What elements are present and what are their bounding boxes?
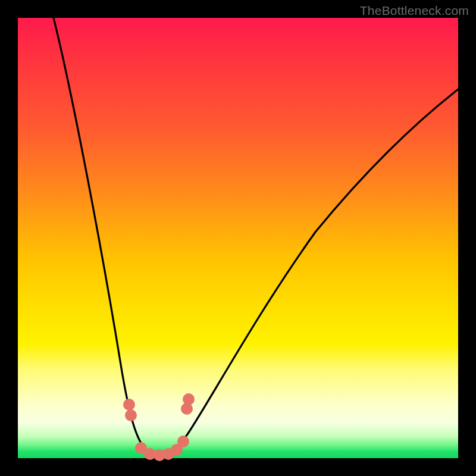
chart-frame: TheBottleneck.com — [0, 0, 476, 476]
marker-dot — [177, 436, 189, 447]
marker-dot — [183, 393, 195, 405]
chart-svg — [18, 18, 458, 458]
marker-dot — [123, 399, 135, 411]
watermark-text: TheBottleneck.com — [360, 4, 469, 18]
marker-dot — [125, 409, 137, 421]
curve-path — [54, 18, 458, 456]
